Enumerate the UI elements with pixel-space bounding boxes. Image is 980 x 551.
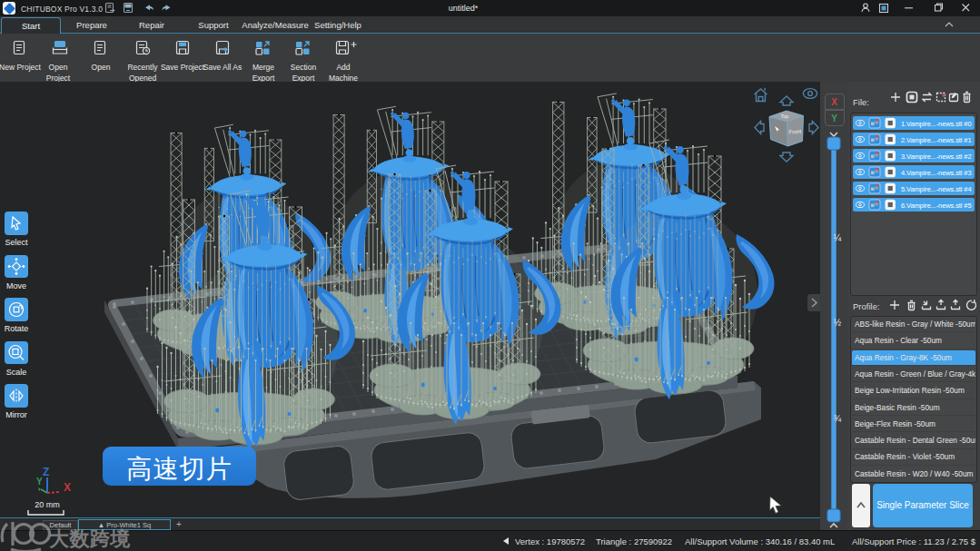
svg-text:Z: Z [43,466,49,478]
svg-text:Front: Front [788,129,802,135]
svg-text:X: X [64,481,71,494]
svg-text:Y: Y [36,477,43,487]
svg-text:Top: Top [781,113,789,119]
svg-text:大数跨境: 大数跨境 [49,527,131,550]
